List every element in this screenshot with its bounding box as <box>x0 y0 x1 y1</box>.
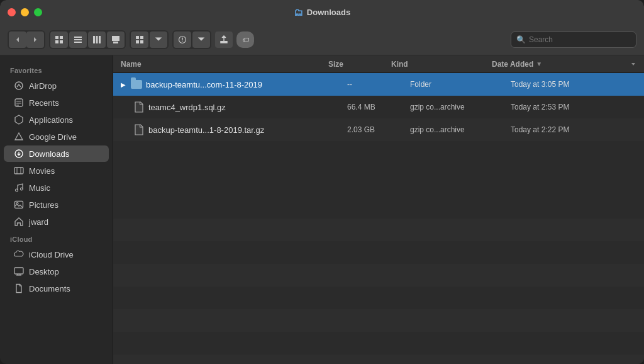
svg-rect-8 <box>96 36 98 43</box>
file-icon <box>133 124 145 135</box>
applications-icon <box>14 115 24 125</box>
view-icon-button[interactable] <box>50 31 68 48</box>
view-cover-button[interactable] <box>107 31 125 48</box>
sidebar-item-airdrop[interactable]: AirDrop <box>4 77 109 94</box>
airdrop-label: AirDrop <box>29 81 57 91</box>
col-header-dropdown[interactable] <box>618 61 636 67</box>
desktop-icon <box>14 266 24 276</box>
applications-label: Applications <box>29 115 73 125</box>
sidebar-item-downloads[interactable]: Downloads <box>4 145 109 162</box>
tag-icon: 🏷 <box>242 36 249 43</box>
google-drive-icon <box>14 132 24 142</box>
svg-rect-33 <box>14 268 23 274</box>
col-header-size[interactable]: Size <box>328 60 391 69</box>
desktop-label: Desktop <box>29 267 59 276</box>
svg-marker-24 <box>15 133 23 140</box>
col-header-kind[interactable]: Kind <box>391 60 492 69</box>
table-row[interactable]: backup-teamtu...1-8-2019.tar.gz 2.03 GB … <box>113 118 644 141</box>
actions-button[interactable] <box>174 31 191 48</box>
view-columns-button[interactable] <box>88 31 106 48</box>
file-kind: Folder <box>410 80 511 89</box>
movies-icon <box>14 166 24 176</box>
table-row[interactable]: ▶ backup-teamtu...com-11-8-2019 -- Folde… <box>113 73 644 96</box>
file-name-cell: backup-teamtu...1-8-2019.tar.gz <box>121 124 347 135</box>
svg-rect-10 <box>112 36 119 41</box>
svg-rect-9 <box>99 36 101 43</box>
expand-arrow: ▶ <box>121 81 126 88</box>
sidebar-item-recents[interactable]: Recents <box>4 94 109 111</box>
title-text: Downloads <box>307 8 350 17</box>
sidebar-item-movies[interactable]: Movies <box>4 162 109 179</box>
search-icon: 🔍 <box>516 35 526 44</box>
recents-icon <box>14 98 24 108</box>
downloads-icon <box>14 149 24 159</box>
file-rows: ▶ backup-teamtu...com-11-8-2019 -- Folde… <box>113 73 644 219</box>
jward-label: jward <box>29 217 48 227</box>
window-title: 🗂 Downloads <box>294 7 350 18</box>
favorites-label: Favorites <box>0 62 113 77</box>
sidebar-item-icloud-drive[interactable]: iCloud Drive <box>4 246 109 263</box>
sidebar-item-applications[interactable]: Applications <box>4 111 109 128</box>
svg-point-30 <box>21 188 23 190</box>
icloud-label: iCloud <box>0 230 113 246</box>
col-header-name[interactable]: Name <box>121 60 328 69</box>
share-button[interactable] <box>215 31 233 48</box>
sidebar: Favorites AirDrop Recents <box>0 55 113 364</box>
svg-rect-14 <box>136 40 139 43</box>
music-icon <box>14 183 24 193</box>
title-folder-icon: 🗂 <box>294 7 303 18</box>
icloud-drive-label: iCloud Drive <box>29 250 74 259</box>
sidebar-item-jward[interactable]: jward <box>4 213 109 230</box>
pictures-icon <box>14 200 24 210</box>
file-size: 2.03 GB <box>347 125 410 134</box>
col-header-date[interactable]: Date Added ▼ <box>492 60 618 69</box>
svg-rect-0 <box>55 36 58 39</box>
view-list-button[interactable] <box>69 31 87 48</box>
recents-label: Recents <box>29 98 59 108</box>
sidebar-item-documents[interactable]: Documents <box>4 280 109 297</box>
group-dropdown-button[interactable] <box>150 31 167 48</box>
file-size: 66.4 MB <box>347 103 410 111</box>
close-button[interactable] <box>8 8 16 16</box>
view-buttons <box>49 30 126 49</box>
downloads-label: Downloads <box>29 149 69 159</box>
svg-rect-17 <box>182 37 182 40</box>
forward-button[interactable] <box>26 31 44 48</box>
svg-point-19 <box>15 82 23 89</box>
sidebar-item-desktop[interactable]: Desktop <box>4 263 109 280</box>
fullscreen-button[interactable] <box>34 8 42 16</box>
tag-button[interactable]: 🏷 <box>236 31 254 48</box>
svg-rect-6 <box>74 42 82 43</box>
table-row[interactable]: teamc4_wrdp1.sql.gz 66.4 MB gzip co...ar… <box>113 96 644 118</box>
actions-dropdown-button[interactable] <box>192 31 210 48</box>
svg-rect-13 <box>140 36 143 39</box>
group-view-buttons <box>130 30 169 49</box>
icloud-drive-icon <box>14 249 24 259</box>
sidebar-item-google-drive[interactable]: Google Drive <box>4 128 109 145</box>
file-name-cell: ▶ backup-teamtu...com-11-8-2019 <box>121 79 347 90</box>
empty-rows <box>113 219 644 364</box>
search-input[interactable] <box>529 35 631 44</box>
file-name: backup-teamtu...1-8-2019.tar.gz <box>148 125 264 135</box>
file-name: backup-teamtu...com-11-8-2019 <box>146 80 262 89</box>
pictures-label: Pictures <box>29 200 58 210</box>
svg-point-32 <box>16 203 18 205</box>
group-button[interactable] <box>131 31 148 48</box>
title-bar: 🗂 Downloads <box>0 0 644 24</box>
back-button[interactable] <box>9 31 26 48</box>
svg-rect-26 <box>14 168 23 174</box>
sidebar-item-music[interactable]: Music <box>4 179 109 196</box>
svg-rect-11 <box>113 42 118 43</box>
svg-rect-7 <box>93 36 95 43</box>
file-list-container: Name Size Kind Date Added ▼ ▶ <box>113 55 644 364</box>
sidebar-item-pictures[interactable]: Pictures <box>4 196 109 213</box>
main-content: Favorites AirDrop Recents <box>0 55 644 364</box>
svg-rect-15 <box>140 40 143 43</box>
svg-rect-12 <box>136 36 139 39</box>
svg-rect-5 <box>74 39 82 40</box>
google-drive-label: Google Drive <box>29 132 77 142</box>
home-icon <box>14 217 24 227</box>
file-name: teamc4_wrdp1.sql.gz <box>148 103 226 112</box>
file-size: -- <box>347 80 410 89</box>
minimize-button[interactable] <box>21 8 29 16</box>
